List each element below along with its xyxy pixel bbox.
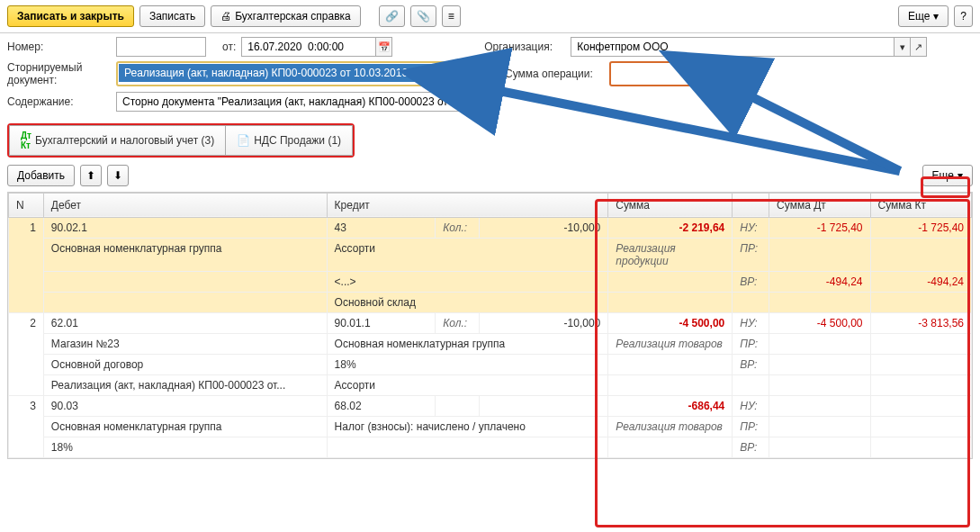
col-sumdt[interactable]: Сумма Дт [769,193,870,217]
cell-tag: НУ: [733,395,769,416]
cell-kt-val [870,416,971,437]
attach-button[interactable]: 📎 [410,5,436,27]
number-label: Номер: [7,41,111,53]
cell-dt-acc[interactable]: 62.01 [43,312,327,333]
cell-nu-dt: -1 725,40 [769,217,870,238]
stornir-open-icon[interactable]: ↗ [466,64,482,84]
col-sum[interactable]: Сумма [608,193,733,217]
cell-tag: НУ: [733,312,769,333]
tab-vat-sales-label: НДС Продажи (1) [254,134,341,147]
cell-n: 3 [9,395,44,457]
cell-dt-sub[interactable]: Магазин №23 [43,333,327,354]
col-spacer [733,193,769,217]
table-row[interactable]: Магазин №23Основная номенклатурная групп… [9,333,972,354]
table-row[interactable]: 390.0368.02-686,44НУ: [9,395,972,416]
org-dropdown-icon[interactable]: ▾ [895,37,911,57]
move-down-button[interactable]: ⬇ [107,165,129,186]
accounting-report-button[interactable]: 🖨 Бухгалтерская справка [211,5,361,27]
more-label: Еще [908,10,930,23]
arrow-down-icon: ⬇ [113,169,122,182]
cell-tag: НУ: [733,217,769,238]
cell-kt-sub[interactable]: <...> [327,271,608,292]
cell-dt-acc[interactable]: 90.03 [43,395,327,416]
paperclip-icon: 📎 [417,10,430,23]
cell-dt-sub[interactable]: Основная номенклатурная группа [43,416,327,437]
cell-kt-sub[interactable]: Основная номенклатурная группа [327,333,608,354]
help-button[interactable]: ? [954,5,973,27]
cell-dt-acc[interactable]: 90.02.1 [43,217,327,238]
calendar-icon[interactable]: 📅 [376,37,392,57]
cell-n: 1 [9,217,44,312]
cell-dt-sub[interactable] [43,292,327,312]
arrow-up-icon: ⬆ [86,169,95,182]
grid-more-button[interactable]: Еще ▾ [922,165,973,186]
grid-more-label: Еще [932,169,954,182]
list-button[interactable]: ≡ [442,5,461,27]
table-row[interactable]: 18%ВР: [9,437,972,457]
cell-kt-sub[interactable]: 18% [327,354,608,374]
cell-dt-sub[interactable] [43,271,327,292]
table-row[interactable]: 190.02.143Кол.:-10,000-2 219,64НУ:-1 725… [9,217,972,238]
cell-sum-txt [608,271,733,292]
col-n[interactable]: N [9,193,44,217]
table-row[interactable]: Основной договор18%ВР: [9,354,972,374]
soderj-input[interactable] [116,92,492,112]
cell-sum[interactable]: -4 500,00 [608,312,733,333]
calculator-icon[interactable]: 🖩 [736,64,752,84]
table-row[interactable]: 262.0190.01.1Кол.:-10,000-4 500,00НУ:-4 … [9,312,972,333]
col-kredit[interactable]: Кредит [327,193,608,217]
printer-icon: 🖨 [220,10,231,23]
table-row[interactable]: Основной склад [9,292,972,312]
add-button[interactable]: Добавить [7,165,75,186]
table-row[interactable]: Основная номенклатурная группаНалог (взн… [9,416,972,437]
cell-dt-sub[interactable]: Основной договор [43,354,327,374]
help-icon: ? [960,10,967,23]
cell-sum[interactable]: -2 219,64 [608,217,733,238]
more-button[interactable]: Еще ▾ [898,5,949,27]
cell-sum-txt [608,354,733,374]
cell-sum[interactable]: -686,44 [608,395,733,416]
cell-kt-sub[interactable]: Основной склад [327,292,608,312]
date-input[interactable] [241,37,376,57]
col-sumkt[interactable]: Сумма Кт [870,193,971,217]
stornir-value[interactable]: Реализация (акт, накладная) КП00-000023 … [119,64,434,82]
cell-kt-sub[interactable]: Налог (взносы): начислено / уплачено [327,416,608,437]
stornir-ellipsis-icon[interactable]: … [450,64,466,84]
cell-kt-acc[interactable]: 43 [327,217,436,238]
cell-kt-acc[interactable]: 90.01.1 [327,312,436,333]
tab-vat-sales[interactable]: 📄 НДС Продажи (1) [226,125,353,156]
cell-dt-sub[interactable]: Основная номенклатурная группа [43,238,327,271]
cell-kt-val [870,354,971,374]
cell-kol: -10,000 [480,217,608,238]
cell-tag [733,292,769,312]
cell-dt-sub[interactable]: Реализация (акт, накладная) КП00-000023 … [43,374,327,395]
main-toolbar: Записать и закрыть Записать 🖨 Бухгалтерс… [0,0,980,33]
cell-tag [733,374,769,395]
org-label: Организация: [484,41,565,53]
save-button[interactable]: Записать [139,5,205,27]
save-close-button[interactable]: Записать и закрыть [7,5,134,27]
cell-sum-txt [608,292,733,312]
org-input[interactable] [571,37,895,57]
col-debet[interactable]: Дебет [43,193,327,217]
cell-tag: ВР: [733,271,769,292]
entries-table: N Дебет Кредит Сумма Сумма Дт Сумма Кт 1… [8,193,972,458]
cell-kt-acc[interactable]: 68.02 [327,395,436,416]
stornir-dropdown-icon[interactable]: ▾ [434,64,450,84]
table-row[interactable]: <...>ВР:-494,24-494,24 [9,271,972,292]
table-row[interactable]: Реализация (акт, накладная) КП00-000023 … [9,374,972,395]
cell-dt-val [769,374,870,395]
tab-accounting[interactable]: ДтКт Бухгалтерский и налоговый учет (3) [9,125,226,156]
table-row[interactable]: Основная номенклатурная группаАссортиРеа… [9,238,972,271]
cell-dt-sub[interactable]: 18% [43,437,327,457]
cell-kt-sub[interactable] [327,437,608,457]
cell-kt-sub[interactable]: Ассорти [327,238,608,271]
cell-kt-sub[interactable]: Ассорти [327,374,608,395]
related-docs-button[interactable]: 🔗 [379,5,405,27]
accounting-report-label: Бухгалтерская справка [235,10,351,23]
number-input[interactable] [116,37,206,57]
org-open-icon[interactable]: ↗ [911,37,927,57]
move-up-button[interactable]: ⬆ [80,165,102,186]
ot-label: от: [222,41,236,53]
sum-op-field: -7 406,08 🖩 [609,61,755,86]
